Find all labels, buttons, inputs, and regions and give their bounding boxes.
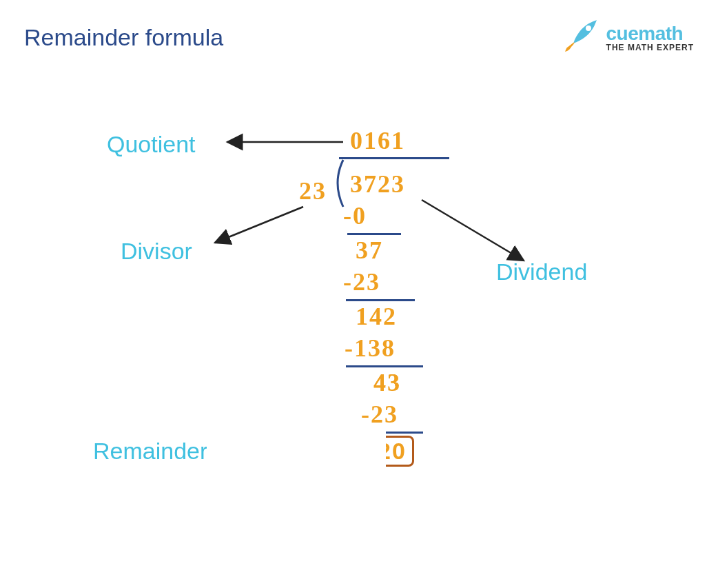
step-sub-4: -138 xyxy=(345,334,396,363)
svg-line-2 xyxy=(215,207,303,243)
quotient-bar xyxy=(339,157,449,159)
quotient-value: 0161 xyxy=(350,126,405,155)
dividend-label: Dividend xyxy=(496,258,587,285)
step-bar-0 xyxy=(347,233,401,235)
step-bring-3: 142 xyxy=(356,302,397,331)
divisor-value: 23 xyxy=(299,176,327,205)
divisor-label: Divisor xyxy=(121,238,192,265)
svg-line-3 xyxy=(422,200,524,261)
dividend-value: 3723 xyxy=(350,170,405,199)
step-sub-2: -23 xyxy=(343,267,380,296)
step-sub-0: -0 xyxy=(343,201,367,230)
quotient-label: Quotient xyxy=(107,131,196,158)
step-bring-1: 37 xyxy=(356,236,383,265)
step-bar-4 xyxy=(346,365,423,367)
step-bar-2 xyxy=(346,299,415,301)
bottom-redraw: 43 -23 20 Remainder xyxy=(0,386,718,588)
